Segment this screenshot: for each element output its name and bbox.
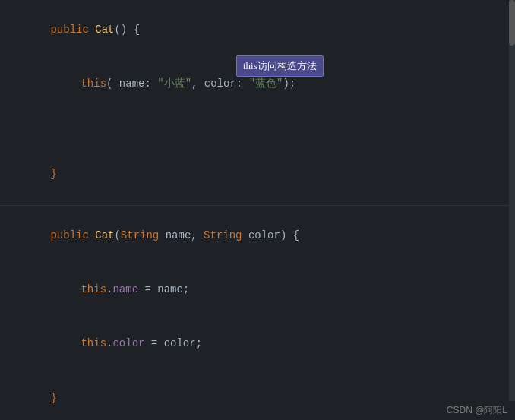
punctuation: (: [114, 229, 120, 242]
function-name: Cat: [95, 24, 114, 36]
code-block-1: public Cat() { this( name: "小蓝", color: …: [0, 0, 515, 206]
string-literal: "蓝色": [249, 77, 283, 90]
watermark-text: CSDN @阿阳L: [447, 405, 507, 415]
property-name: color: [112, 337, 144, 349]
code-block-2: public Cat(String name, String color) { …: [0, 206, 515, 420]
this-keyword: this: [81, 77, 106, 90]
keyword: String: [121, 229, 159, 242]
plain-text: = name;: [138, 283, 189, 295]
code-line: public Cat() {: [12, 3, 503, 57]
closing-brace: }: [50, 168, 56, 180]
code-line: public Cat(String name, String color) {: [12, 209, 503, 263]
code-line: this.color = color;: [12, 317, 503, 371]
keyword: public: [50, 24, 95, 36]
plain-text: name,: [159, 229, 204, 242]
tooltip-this-constructor: this访问构造方法: [236, 55, 324, 77]
this-keyword: this: [81, 337, 106, 349]
punctuation: () {: [114, 24, 140, 36]
property-name: name: [112, 283, 138, 295]
punctuation: , color:: [191, 77, 249, 90]
punctuation: ( name:: [106, 77, 157, 90]
closing-brace: }: [50, 392, 56, 404]
code-line: }: [12, 371, 503, 420]
code-line: this.name = name;: [12, 263, 503, 317]
string-literal: "小蓝": [157, 77, 191, 90]
keyword: String: [204, 229, 242, 242]
code-line: this( name: "小蓝", color: "蓝色"); this访问构造…: [12, 57, 503, 147]
plain-text: = color;: [144, 337, 202, 349]
bottom-bar: CSDN @阿阳L: [439, 401, 515, 420]
code-line: }: [12, 147, 503, 201]
punctuation: );: [283, 77, 296, 90]
plain-text: color) {: [242, 229, 300, 242]
this-keyword: this: [81, 283, 106, 295]
code-container: public Cat() { this( name: "小蓝", color: …: [0, 0, 515, 420]
keyword: public: [50, 229, 95, 242]
function-name: Cat: [95, 229, 114, 242]
